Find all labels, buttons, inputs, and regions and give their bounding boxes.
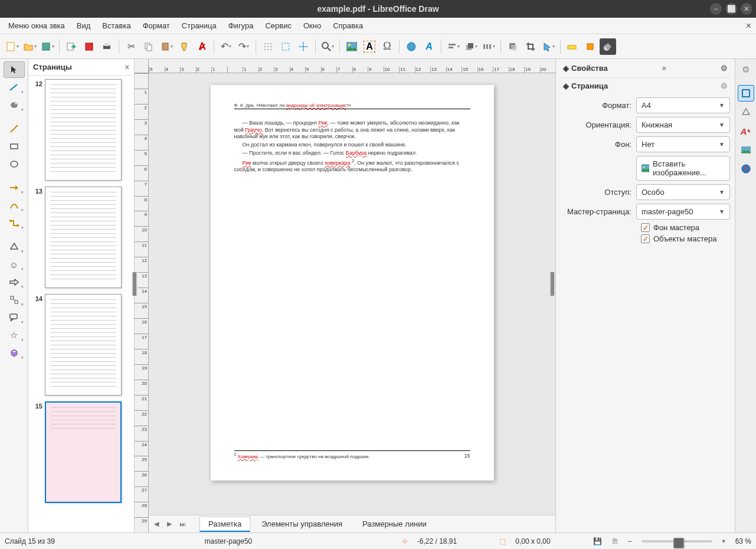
cut-button[interactable]: ✂ xyxy=(123,38,139,55)
background-combo[interactable]: Нет▼ xyxy=(636,136,730,152)
rectangle-tool[interactable] xyxy=(4,138,25,155)
sidebar-settings-icon[interactable]: ⚙ xyxy=(738,61,754,78)
doc-modified-icon[interactable]: 🖹 xyxy=(611,537,618,545)
tab-dimensions[interactable]: Размерные линии xyxy=(354,517,436,532)
master-objects-checkbox[interactable]: ✓ xyxy=(641,234,650,243)
menu-sound[interactable]: Меню окна звка xyxy=(4,19,70,32)
align-objects-button[interactable]: ▾ xyxy=(445,38,462,55)
margin-combo[interactable]: Особо▼ xyxy=(636,184,730,200)
next-page-button[interactable]: ▶ xyxy=(164,519,175,530)
new-button[interactable]: ▾ xyxy=(4,38,20,55)
export-pdf-button[interactable] xyxy=(81,38,97,55)
filter-button[interactable]: ▾ xyxy=(540,38,557,55)
orientation-combo[interactable]: Книжная▼ xyxy=(636,117,730,133)
gallery-tab[interactable] xyxy=(738,142,754,158)
line-tool[interactable] xyxy=(4,120,25,137)
menu-tools[interactable]: Сервис xyxy=(260,19,296,32)
prev-page-button[interactable]: ◀ xyxy=(151,519,162,530)
pages-panel-close[interactable]: × xyxy=(125,63,129,71)
curve-tool[interactable]: ▾ xyxy=(4,197,25,214)
styles-tab[interactable]: A✎ xyxy=(738,123,754,139)
shadow-button[interactable] xyxy=(505,38,521,55)
menu-window[interactable]: Окно xyxy=(299,19,326,32)
maximize-button[interactable]: ⬜ xyxy=(725,3,737,15)
master-combo[interactable]: master-page50▼ xyxy=(636,204,730,220)
expand-icon[interactable]: ◈ xyxy=(563,64,569,73)
export-button[interactable] xyxy=(63,38,80,55)
clear-format-button[interactable]: A̷ xyxy=(194,38,210,55)
distribute-button[interactable]: ▾ xyxy=(480,38,497,55)
paragraph[interactable]: — Ваша лошадь, — процедил Рик, — тоже мо… xyxy=(234,120,470,140)
symbol-shapes-tool[interactable]: ☺▾ xyxy=(4,256,25,273)
basic-shapes-tool[interactable]: ▾ xyxy=(4,238,25,255)
page-thumb[interactable]: 12 xyxy=(32,79,130,181)
block-arrows-tool[interactable]: ▾ xyxy=(4,274,25,290)
line-color-tool[interactable]: ▾ xyxy=(4,79,25,96)
tab-layout[interactable]: Разметка xyxy=(199,517,250,532)
insert-image-button-prop[interactable]: Вставить изображение... xyxy=(636,156,730,181)
page-thumb[interactable]: 13 xyxy=(32,187,130,288)
slide-status[interactable]: Слайд 15 из 39 xyxy=(5,537,55,545)
close-doc-button[interactable]: × xyxy=(746,21,751,31)
flowchart-tool[interactable]: ▾ xyxy=(4,292,25,308)
shapes-tab[interactable] xyxy=(738,104,754,120)
menu-insert[interactable]: Вставка xyxy=(97,19,135,32)
right-panel-toggle[interactable] xyxy=(549,272,555,296)
3d-tool[interactable]: ▾ xyxy=(4,345,25,361)
snap-button[interactable] xyxy=(277,38,294,55)
arrow-tool[interactable]: ▾ xyxy=(4,179,25,196)
minimize-button[interactable]: – xyxy=(710,3,722,15)
copy-button[interactable] xyxy=(140,38,157,55)
left-panel-toggle[interactable] xyxy=(132,272,138,296)
paragraph[interactable]: Он достал из кармана ключ, повернулся и … xyxy=(234,142,470,149)
settings-icon[interactable]: ⚙ xyxy=(721,64,728,73)
open-button[interactable]: ▾ xyxy=(21,38,38,55)
menu-help[interactable]: Справка xyxy=(328,19,368,32)
select-tool[interactable] xyxy=(4,61,25,78)
special-char-button[interactable]: Ω xyxy=(379,38,395,55)
page-thumb-selected[interactable]: 15 xyxy=(32,401,130,503)
properties-tab[interactable] xyxy=(738,85,754,102)
page-thumb[interactable]: 14 xyxy=(32,294,130,396)
format-combo[interactable]: A4▼ xyxy=(636,97,730,113)
zoom-in-button[interactable]: + xyxy=(722,537,726,545)
hyperlink-button[interactable] xyxy=(403,38,420,55)
save-button[interactable]: ▾ xyxy=(39,38,55,55)
callout-tool[interactable]: ▾ xyxy=(4,309,25,326)
close-props-button[interactable]: × xyxy=(662,64,667,73)
navigator-tab[interactable] xyxy=(738,161,754,177)
paragraph[interactable]: — Простите, если я вас обидел. — Голос Б… xyxy=(234,150,470,157)
text-box-button[interactable]: A xyxy=(361,38,378,55)
connector-tool[interactable]: ▾ xyxy=(4,215,25,231)
master-status[interactable]: master-page50 xyxy=(205,537,253,545)
menu-shape[interactable]: Фигура xyxy=(224,19,258,32)
collapse-icon[interactable]: ◈ xyxy=(563,81,569,90)
pages-list[interactable]: 12 13 14 15 xyxy=(28,76,134,532)
redo-button[interactable]: ↷▾ xyxy=(235,38,252,55)
menu-format[interactable]: Формат xyxy=(138,19,175,32)
gluepoints-button[interactable] xyxy=(564,38,581,55)
section-menu-icon[interactable]: ⚙ xyxy=(721,81,728,90)
save-indicator-icon[interactable]: 💾 xyxy=(593,537,602,545)
print-button[interactable] xyxy=(99,38,115,55)
menu-view[interactable]: Вид xyxy=(72,19,96,32)
undo-button[interactable]: ↶▾ xyxy=(218,38,234,55)
menu-page[interactable]: Страница xyxy=(177,19,221,32)
close-window-button[interactable]: ✕ xyxy=(741,3,752,15)
page-canvas[interactable]: Ф. К. Дик. «Мечтают ли андроиды об элект… xyxy=(211,85,494,481)
clone-format-button[interactable] xyxy=(176,38,192,55)
fontwork-button[interactable]: A xyxy=(421,38,437,55)
tab-controls[interactable]: Элементы управления xyxy=(253,517,351,532)
last-page-button[interactable]: ⏭ xyxy=(177,519,188,530)
footnote[interactable]: 2 Ховеркар — транспортное средство на во… xyxy=(234,450,470,460)
extrusion-button[interactable] xyxy=(582,38,598,55)
fill-color-tool[interactable]: ▾ xyxy=(4,97,25,113)
zoom-button[interactable]: ▾ xyxy=(319,38,336,55)
zoom-out-button[interactable]: − xyxy=(628,537,632,545)
horizontal-ruler[interactable]: 543211234567891011121314151617181920 xyxy=(149,59,555,73)
grid-button[interactable] xyxy=(260,38,276,55)
paragraph[interactable]: Рик молча открыл дверцу своего ховеркара… xyxy=(234,158,470,174)
canvas-viewport[interactable]: Ф. К. Дик. «Мечтают ли андроиды об элект… xyxy=(149,73,555,515)
master-bg-checkbox[interactable]: ✓ xyxy=(641,223,650,232)
guides-button[interactable] xyxy=(295,38,312,55)
